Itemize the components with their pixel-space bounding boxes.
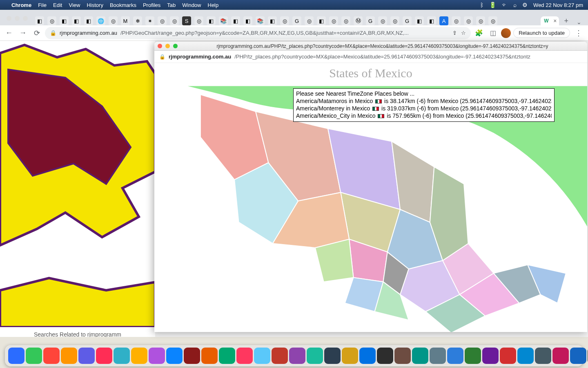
dock-app-icon[interactable]: [447, 348, 463, 364]
zoom-window-icon[interactable]: [23, 16, 28, 21]
menu-history[interactable]: History: [87, 2, 103, 8]
app-name[interactable]: Chrome: [11, 2, 31, 8]
control-center-icon[interactable]: ⚙: [522, 2, 528, 8]
dock-app-icon[interactable]: [465, 348, 481, 364]
tab-icon[interactable]: G: [366, 16, 375, 25]
dock-app-icon[interactable]: [377, 348, 393, 364]
dock-app-icon[interactable]: [412, 348, 428, 364]
dock-app-icon[interactable]: [535, 348, 551, 364]
dock-app-icon[interactable]: [482, 348, 499, 364]
tab-icon[interactable]: ◎: [378, 16, 387, 25]
new-tab-button[interactable]: +: [561, 17, 572, 25]
tab-icon[interactable]: G: [292, 16, 301, 25]
close-window-icon[interactable]: [7, 16, 11, 21]
dock-app-icon[interactable]: [394, 348, 411, 364]
tab-icon[interactable]: ◧: [317, 16, 326, 25]
dock-app-icon[interactable]: [149, 348, 165, 364]
tab-icon[interactable]: ◧: [35, 16, 44, 25]
menu-window[interactable]: Window: [182, 2, 201, 8]
tab-icon[interactable]: ◧: [60, 16, 69, 25]
tab-icon[interactable]: ◎: [194, 16, 203, 25]
window-traffic-lights[interactable]: [3, 16, 31, 21]
tab-icon[interactable]: A: [439, 16, 448, 25]
dock-app-icon[interactable]: [26, 348, 42, 364]
menu-profiles[interactable]: Profiles: [143, 2, 160, 8]
dock-app-icon[interactable]: [236, 348, 253, 364]
menu-view[interactable]: View: [69, 2, 80, 8]
dock-app-icon[interactable]: [61, 348, 77, 364]
dock-app-icon[interactable]: [184, 348, 200, 364]
menu-help[interactable]: Help: [208, 2, 219, 8]
popup-omnibar[interactable]: 🔒 rjmprogramming.com.au/PHP/tz_places.ph…: [154, 51, 587, 63]
dock-app-icon[interactable]: [272, 348, 288, 364]
dock-app-icon[interactable]: [114, 348, 130, 364]
battery-icon[interactable]: 🔋: [489, 2, 496, 8]
dock-app-icon[interactable]: [570, 348, 586, 364]
tab-icon[interactable]: ◧: [207, 16, 216, 25]
tab-icon[interactable]: ◧: [231, 16, 240, 25]
tab-icon[interactable]: G: [403, 16, 412, 25]
minimize-window-icon[interactable]: [15, 16, 20, 21]
popup-minimize-icon[interactable]: [165, 44, 170, 48]
tab-icon[interactable]: ◎: [452, 16, 461, 25]
forward-button[interactable]: →: [17, 27, 29, 39]
tab-icon[interactable]: S: [182, 16, 191, 25]
bookmark-icon[interactable]: ☆: [461, 30, 466, 36]
tab-icon[interactable]: ◎: [280, 16, 289, 25]
sidepanel-icon[interactable]: ◫: [487, 27, 499, 39]
popup-close-icon[interactable]: [158, 44, 162, 48]
menu-edit[interactable]: Edit: [53, 2, 62, 8]
dock-app-icon[interactable]: [324, 348, 341, 364]
tab-icon[interactable]: ◎: [488, 16, 497, 25]
dock-app-icon[interactable]: [342, 348, 358, 364]
dock-app-icon[interactable]: [359, 348, 376, 364]
dock-app-icon[interactable]: [219, 348, 235, 364]
dock-app-icon[interactable]: [500, 348, 516, 364]
tab-icon[interactable]: ◧: [427, 16, 436, 25]
active-tab[interactable]: W ×: [541, 16, 559, 25]
tab-icon[interactable]: ◎: [158, 16, 167, 25]
menu-tab[interactable]: Tab: [167, 2, 176, 8]
dock-app-icon[interactable]: [289, 348, 305, 364]
dock-app-icon[interactable]: [96, 348, 112, 364]
popup-titlebar[interactable]: rjmprogramming.com.au/PHP/tz_places.php?…: [154, 42, 587, 51]
tab-icon[interactable]: ◎: [47, 16, 56, 25]
tab-icon[interactable]: Ⓜ: [354, 16, 363, 25]
tab-icon[interactable]: ◎: [170, 16, 179, 25]
back-button[interactable]: ←: [3, 27, 15, 39]
tab-icon[interactable]: ◎: [109, 16, 118, 25]
tab-icon[interactable]: ✶: [145, 16, 154, 25]
extensions-icon[interactable]: 🧩: [473, 27, 485, 39]
tab-icon[interactable]: ◎: [329, 16, 338, 25]
bluetooth-icon[interactable]: ᛒ: [480, 2, 483, 8]
tab-icon[interactable]: ❄: [133, 16, 142, 25]
popup-zoom-icon[interactable]: [173, 44, 178, 48]
tab-icon[interactable]: ◧: [243, 16, 252, 25]
reload-button[interactable]: ⟳: [31, 27, 42, 39]
omnibox[interactable]: 🔒 rjmprogramming.com.au/PHP/GeoChart/ran…: [45, 27, 471, 39]
dock-app-icon[interactable]: [131, 348, 147, 364]
menu-file[interactable]: File: [38, 2, 47, 8]
tab-overflow-icon[interactable]: ⌄: [573, 19, 585, 25]
macos-dock[interactable]: [5, 345, 583, 366]
relaunch-button[interactable]: Relaunch to update: [513, 28, 570, 38]
tab-icon[interactable]: ◧: [72, 16, 81, 25]
search-icon[interactable]: ⌕: [513, 2, 517, 8]
dock-app-icon[interactable]: [166, 348, 183, 364]
dock-app-icon[interactable]: [8, 348, 24, 364]
dock-app-icon[interactable]: [430, 348, 446, 364]
profile-avatar[interactable]: [501, 28, 511, 38]
tab-icon[interactable]: ◎: [476, 16, 485, 25]
menubar-clock[interactable]: Wed 22 Nov 8:27 pm: [533, 2, 583, 8]
dock-app-icon[interactable]: [201, 348, 218, 364]
dock-app-icon[interactable]: [78, 348, 95, 364]
tab-icon[interactable]: ◎: [305, 16, 314, 25]
tab-icon[interactable]: 📚: [219, 16, 228, 25]
dock-app-icon[interactable]: [43, 348, 60, 364]
dock-app-icon[interactable]: [254, 348, 270, 364]
tab-icon[interactable]: ◧: [84, 16, 93, 25]
wifi-icon[interactable]: ᯤ: [502, 2, 508, 8]
tab-icon[interactable]: 🌐: [96, 16, 105, 25]
tab-icon[interactable]: ◎: [464, 16, 473, 25]
popup-traffic-lights[interactable]: [158, 44, 178, 48]
